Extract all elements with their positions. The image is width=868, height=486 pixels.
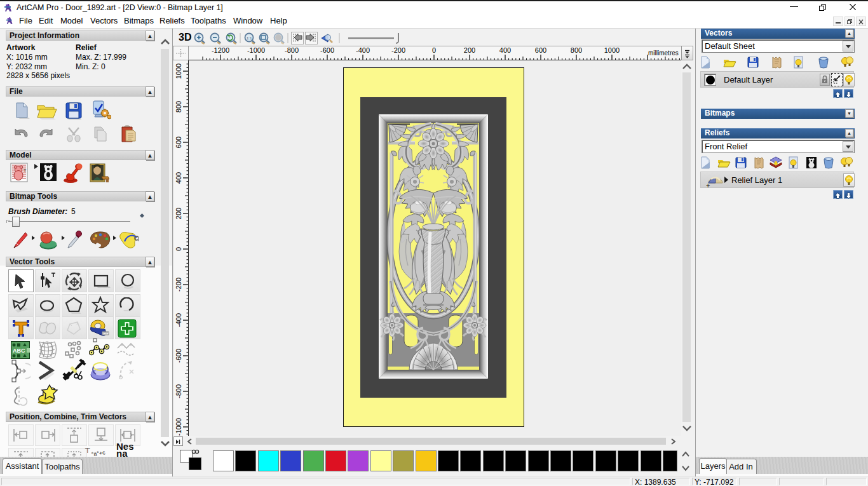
svg-text:1000: 1000 <box>175 64 182 79</box>
svg-text:600: 600 <box>175 137 182 148</box>
svg-text:0: 0 <box>432 46 436 54</box>
svg-text:ABC: ABC <box>13 348 25 354</box>
svg-text:800: 800 <box>571 46 582 54</box>
svg-text:-600: -600 <box>320 46 334 54</box>
svg-text:-1000: -1000 <box>247 46 265 54</box>
svg-text:-200: -200 <box>175 278 182 292</box>
svg-text:-1200: -1200 <box>212 46 229 54</box>
svg-text:-400: -400 <box>356 46 370 54</box>
svg-text:200: 200 <box>464 46 475 54</box>
svg-text:-800: -800 <box>175 384 182 398</box>
svg-text:200: 200 <box>175 208 182 219</box>
svg-text:600: 600 <box>535 46 546 54</box>
svg-text:-600: -600 <box>175 349 182 363</box>
svg-text:-200: -200 <box>391 46 405 54</box>
svg-text:T: T <box>24 168 27 173</box>
svg-text:+: + <box>706 182 710 189</box>
svg-text:800: 800 <box>175 101 182 112</box>
svg-text:1:1: 1:1 <box>247 36 252 40</box>
svg-text:400: 400 <box>175 172 182 184</box>
svg-text:400: 400 <box>499 46 511 54</box>
svg-text:-1000: -1000 <box>175 418 182 436</box>
svg-text:1000: 1000 <box>604 46 620 54</box>
svg-text:0: 0 <box>175 247 182 251</box>
svg-text:-800: -800 <box>285 46 299 54</box>
svg-text:-400: -400 <box>175 313 182 327</box>
